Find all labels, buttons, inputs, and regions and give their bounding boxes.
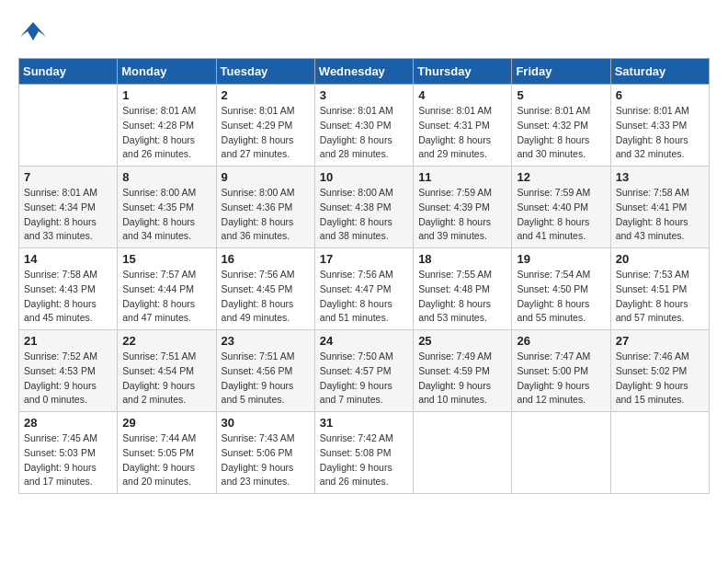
calendar-cell: 16Sunrise: 7:56 AM Sunset: 4:45 PM Dayli… [216, 248, 314, 330]
day-info: Sunrise: 7:53 AM Sunset: 4:51 PM Dayligh… [616, 268, 704, 326]
day-number: 24 [320, 334, 408, 348]
day-number: 12 [517, 170, 605, 184]
day-number: 2 [222, 88, 310, 102]
day-info: Sunrise: 7:55 AM Sunset: 4:48 PM Dayligh… [418, 268, 506, 326]
calendar-cell: 3Sunrise: 8:01 AM Sunset: 4:30 PM Daylig… [314, 85, 413, 167]
day-info: Sunrise: 7:56 AM Sunset: 4:47 PM Dayligh… [320, 268, 408, 326]
calendar-cell: 20Sunrise: 7:53 AM Sunset: 4:51 PM Dayli… [610, 248, 709, 330]
day-number: 30 [222, 416, 310, 430]
calendar-cell: 6Sunrise: 8:01 AM Sunset: 4:33 PM Daylig… [610, 85, 709, 167]
calendar-cell: 12Sunrise: 7:59 AM Sunset: 4:40 PM Dayli… [512, 167, 610, 248]
day-number: 7 [24, 170, 112, 184]
day-of-week-header-friday: Friday [512, 59, 610, 85]
calendar-cell: 1Sunrise: 8:01 AM Sunset: 4:28 PM Daylig… [118, 85, 216, 167]
day-info: Sunrise: 7:54 AM Sunset: 4:50 PM Dayligh… [517, 268, 605, 326]
day-info: Sunrise: 7:42 AM Sunset: 5:08 PM Dayligh… [320, 431, 408, 489]
day-info: Sunrise: 8:01 AM Sunset: 4:32 PM Dayligh… [517, 104, 605, 162]
calendar-cell: 4Sunrise: 8:01 AM Sunset: 4:31 PM Daylig… [414, 85, 512, 167]
logo-text [18, 18, 46, 49]
day-number: 31 [320, 416, 408, 430]
calendar-week-row: 14Sunrise: 7:58 AM Sunset: 4:43 PM Dayli… [19, 248, 710, 330]
page-header [18, 18, 710, 49]
day-info: Sunrise: 7:45 AM Sunset: 5:03 PM Dayligh… [24, 431, 112, 489]
day-info: Sunrise: 7:47 AM Sunset: 5:00 PM Dayligh… [517, 350, 605, 408]
day-info: Sunrise: 7:46 AM Sunset: 5:02 PM Dayligh… [616, 350, 704, 408]
day-number: 15 [122, 252, 210, 266]
day-info: Sunrise: 8:01 AM Sunset: 4:33 PM Dayligh… [616, 104, 704, 162]
calendar-cell: 19Sunrise: 7:54 AM Sunset: 4:50 PM Dayli… [512, 248, 610, 330]
logo-bird-icon [20, 18, 46, 44]
day-info: Sunrise: 7:44 AM Sunset: 5:05 PM Dayligh… [122, 431, 210, 489]
day-info: Sunrise: 7:51 AM Sunset: 4:56 PM Dayligh… [222, 350, 310, 408]
calendar-cell: 27Sunrise: 7:46 AM Sunset: 5:02 PM Dayli… [610, 330, 709, 412]
day-number: 26 [517, 334, 605, 348]
calendar-header-row: SundayMondayTuesdayWednesdayThursdayFrid… [19, 59, 710, 85]
calendar-cell: 17Sunrise: 7:56 AM Sunset: 4:47 PM Dayli… [314, 248, 413, 330]
day-of-week-header-tuesday: Tuesday [216, 59, 314, 85]
day-info: Sunrise: 7:59 AM Sunset: 4:40 PM Dayligh… [517, 186, 605, 244]
day-info: Sunrise: 8:00 AM Sunset: 4:36 PM Dayligh… [222, 186, 310, 244]
day-number: 10 [320, 170, 408, 184]
day-number: 13 [616, 170, 704, 184]
day-info: Sunrise: 7:52 AM Sunset: 4:53 PM Dayligh… [24, 350, 112, 408]
day-number: 17 [320, 252, 408, 266]
day-info: Sunrise: 7:58 AM Sunset: 4:41 PM Dayligh… [616, 186, 704, 244]
day-number: 27 [616, 334, 704, 348]
day-number: 11 [418, 170, 506, 184]
day-info: Sunrise: 7:50 AM Sunset: 4:57 PM Dayligh… [320, 350, 408, 408]
calendar-cell: 23Sunrise: 7:51 AM Sunset: 4:56 PM Dayli… [216, 330, 314, 412]
calendar-cell: 25Sunrise: 7:49 AM Sunset: 4:59 PM Dayli… [414, 330, 512, 412]
day-info: Sunrise: 7:57 AM Sunset: 4:44 PM Dayligh… [122, 268, 210, 326]
day-info: Sunrise: 7:58 AM Sunset: 4:43 PM Dayligh… [24, 268, 112, 326]
day-number: 6 [616, 88, 704, 102]
day-number: 4 [418, 88, 506, 102]
logo [18, 18, 46, 49]
calendar-cell [512, 412, 610, 494]
day-number: 23 [222, 334, 310, 348]
calendar-week-row: 28Sunrise: 7:45 AM Sunset: 5:03 PM Dayli… [19, 412, 710, 494]
calendar-cell: 28Sunrise: 7:45 AM Sunset: 5:03 PM Dayli… [19, 412, 118, 494]
day-number: 25 [418, 334, 506, 348]
day-number: 3 [320, 88, 408, 102]
day-number: 1 [122, 88, 210, 102]
calendar-cell: 14Sunrise: 7:58 AM Sunset: 4:43 PM Dayli… [19, 248, 118, 330]
day-info: Sunrise: 7:51 AM Sunset: 4:54 PM Dayligh… [122, 350, 210, 408]
day-number: 19 [517, 252, 605, 266]
calendar-cell: 15Sunrise: 7:57 AM Sunset: 4:44 PM Dayli… [118, 248, 216, 330]
calendar-cell: 18Sunrise: 7:55 AM Sunset: 4:48 PM Dayli… [414, 248, 512, 330]
day-number: 16 [222, 252, 310, 266]
day-info: Sunrise: 8:01 AM Sunset: 4:29 PM Dayligh… [222, 104, 310, 162]
day-info: Sunrise: 8:01 AM Sunset: 4:31 PM Dayligh… [418, 104, 506, 162]
day-number: 20 [616, 252, 704, 266]
calendar-cell: 9Sunrise: 8:00 AM Sunset: 4:36 PM Daylig… [216, 167, 314, 248]
day-of-week-header-saturday: Saturday [610, 59, 709, 85]
calendar-cell: 22Sunrise: 7:51 AM Sunset: 4:54 PM Dayli… [118, 330, 216, 412]
calendar-cell [19, 85, 118, 167]
day-info: Sunrise: 8:00 AM Sunset: 4:38 PM Dayligh… [320, 186, 408, 244]
calendar-cell: 26Sunrise: 7:47 AM Sunset: 5:00 PM Dayli… [512, 330, 610, 412]
calendar-cell [610, 412, 709, 494]
day-of-week-header-monday: Monday [118, 59, 216, 85]
day-number: 9 [222, 170, 310, 184]
calendar-cell: 10Sunrise: 8:00 AM Sunset: 4:38 PM Dayli… [314, 167, 413, 248]
calendar-cell: 2Sunrise: 8:01 AM Sunset: 4:29 PM Daylig… [216, 85, 314, 167]
day-number: 14 [24, 252, 112, 266]
day-number: 28 [24, 416, 112, 430]
day-info: Sunrise: 8:01 AM Sunset: 4:34 PM Dayligh… [24, 186, 112, 244]
day-number: 18 [418, 252, 506, 266]
calendar-cell: 21Sunrise: 7:52 AM Sunset: 4:53 PM Dayli… [19, 330, 118, 412]
day-info: Sunrise: 7:49 AM Sunset: 4:59 PM Dayligh… [418, 350, 506, 408]
calendar-table: SundayMondayTuesdayWednesdayThursdayFrid… [18, 58, 710, 494]
calendar-week-row: 1Sunrise: 8:01 AM Sunset: 4:28 PM Daylig… [19, 85, 710, 167]
calendar-week-row: 21Sunrise: 7:52 AM Sunset: 4:53 PM Dayli… [19, 330, 710, 412]
day-number: 21 [24, 334, 112, 348]
calendar-cell: 13Sunrise: 7:58 AM Sunset: 4:41 PM Dayli… [610, 167, 709, 248]
day-info: Sunrise: 8:01 AM Sunset: 4:30 PM Dayligh… [320, 104, 408, 162]
day-info: Sunrise: 8:00 AM Sunset: 4:35 PM Dayligh… [122, 186, 210, 244]
calendar-cell: 24Sunrise: 7:50 AM Sunset: 4:57 PM Dayli… [314, 330, 413, 412]
calendar-cell: 30Sunrise: 7:43 AM Sunset: 5:06 PM Dayli… [216, 412, 314, 494]
calendar-week-row: 7Sunrise: 8:01 AM Sunset: 4:34 PM Daylig… [19, 167, 710, 248]
day-number: 8 [122, 170, 210, 184]
calendar-cell [414, 412, 512, 494]
calendar-cell: 31Sunrise: 7:42 AM Sunset: 5:08 PM Dayli… [314, 412, 413, 494]
